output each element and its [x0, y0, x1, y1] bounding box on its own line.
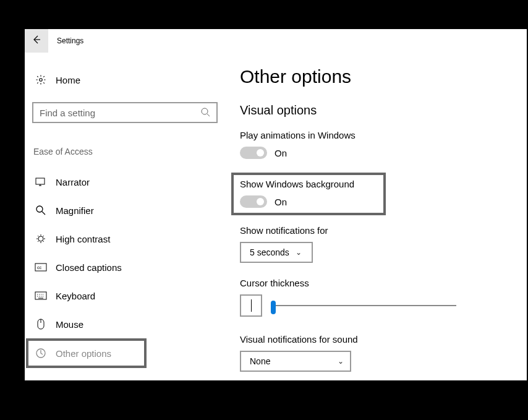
narrator-icon	[35, 176, 47, 188]
cursor-thickness-label: Cursor thickness	[240, 278, 514, 288]
magnifier-icon	[35, 204, 47, 216]
play-animations-label: Play animations in Windows	[240, 130, 514, 140]
cursor-thickness-slider[interactable]	[271, 299, 456, 312]
sidebar-item-label: Keyboard	[56, 291, 95, 301]
content-area: Home Ease of Access Narrator	[25, 53, 527, 380]
notifications-value: 5 seconds	[250, 247, 289, 257]
play-animations-state: On	[275, 148, 287, 158]
svg-point-0	[40, 79, 43, 82]
home-button[interactable]: Home	[32, 74, 223, 86]
sidebar-item-label: Closed captions	[56, 262, 122, 273]
keyboard-icon	[35, 289, 47, 302]
play-animations-toggle[interactable]	[240, 147, 267, 159]
svg-point-4	[38, 236, 43, 241]
svg-rect-2	[36, 178, 45, 184]
svg-point-3	[36, 206, 43, 212]
sidebar-item-label: Narrator	[56, 177, 90, 187]
sidebar-item-label: High contrast	[56, 234, 110, 244]
notifications-label: Show notifications for	[240, 225, 514, 236]
sidebar-item-other-options[interactable]: Other options	[26, 338, 147, 368]
visual-notifications-value: None	[250, 356, 270, 366]
chevron-down-icon: ⌄	[296, 248, 302, 257]
sidebar-item-label: Magnifier	[56, 205, 94, 216]
notifications-select[interactable]: 5 seconds ⌄	[240, 242, 313, 263]
cc-icon: cc	[35, 261, 47, 273]
sidebar-item-label: Other options	[56, 348, 111, 359]
category-label: Ease of Access	[32, 147, 223, 156]
show-background-state: On	[275, 197, 287, 207]
mouse-icon	[35, 318, 47, 330]
sidebar-item-high-contrast[interactable]: High contrast	[32, 225, 223, 253]
settings-window: Settings Home	[25, 29, 527, 380]
sidebar-item-magnifier[interactable]: Magnifier	[32, 196, 223, 225]
show-background-highlight: Show Windows background On	[231, 173, 386, 215]
section-title: Visual options	[240, 103, 514, 118]
window-title: Settings	[48, 36, 83, 45]
back-arrow-icon	[31, 34, 42, 48]
sidebar-item-closed-captions[interactable]: cc Closed captions	[32, 253, 223, 281]
search-field[interactable]	[40, 108, 200, 118]
home-label: Home	[56, 75, 80, 85]
search-input[interactable]	[32, 102, 218, 123]
main-panel: Other options Visual options Play animat…	[223, 53, 527, 380]
sidebar-item-mouse[interactable]: Mouse	[32, 310, 223, 338]
show-background-label: Show Windows background	[240, 179, 377, 189]
chevron-down-icon: ⌄	[338, 357, 344, 366]
visual-notifications-label: Visual notifications for sound	[240, 334, 514, 345]
search-icon	[200, 107, 210, 119]
cursor-preview	[240, 294, 262, 317]
visual-notifications-select[interactable]: None ⌄	[240, 351, 351, 372]
titlebar: Settings	[25, 29, 527, 53]
svg-text:cc: cc	[37, 265, 42, 270]
sidebar-item-label: Mouse	[56, 319, 83, 330]
sidebar-item-narrator[interactable]: Narrator	[32, 168, 223, 196]
sidebar-item-keyboard[interactable]: Keyboard	[32, 281, 223, 310]
gear-icon	[35, 74, 47, 86]
other-options-icon	[35, 347, 47, 359]
sidebar: Home Ease of Access Narrator	[25, 53, 223, 380]
contrast-icon	[35, 233, 47, 245]
page-title: Other options	[240, 66, 514, 87]
svg-point-1	[202, 108, 208, 114]
back-button[interactable]	[25, 29, 48, 53]
show-background-toggle[interactable]	[240, 195, 267, 208]
